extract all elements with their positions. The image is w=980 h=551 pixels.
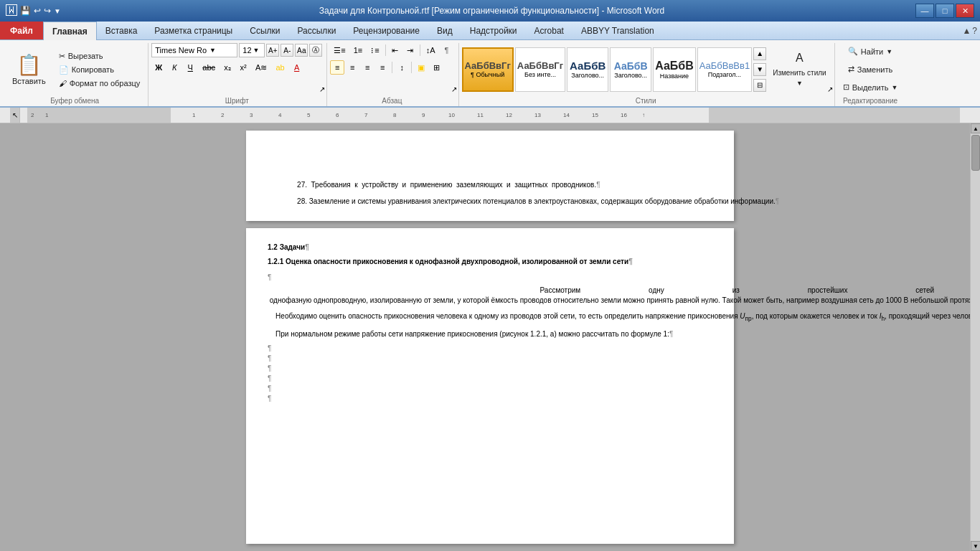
- numbering-button[interactable]: 1≡: [350, 43, 367, 57]
- font-color-button[interactable]: A: [290, 60, 304, 75]
- tab-view[interactable]: Вид: [428, 22, 461, 39]
- font-name-box[interactable]: Times New Ro ▼: [151, 43, 237, 57]
- font-name-dropdown-icon[interactable]: ▼: [209, 47, 216, 54]
- increase-indent-button[interactable]: ⇥: [403, 43, 418, 57]
- tab-addins[interactable]: Надстройки: [461, 22, 526, 39]
- ruler-corner[interactable]: ↖: [12, 111, 18, 119]
- font-label: Шрифт: [225, 97, 249, 105]
- tab-insert[interactable]: Вставка: [97, 22, 146, 39]
- change-case-button[interactable]: Аа: [295, 44, 308, 57]
- bullets-button[interactable]: ☰≡: [330, 43, 349, 57]
- save-icon[interactable]: 💾: [20, 6, 31, 16]
- svg-text:1: 1: [45, 112, 49, 118]
- tab-file[interactable]: Файл: [0, 22, 43, 39]
- replace-button[interactable]: ⇄ Заменить: [843, 61, 897, 77]
- show-formatting-button[interactable]: ¶: [440, 43, 454, 57]
- style-no-spacing-preview: АаБбВвГг: [517, 60, 563, 71]
- style-title-button[interactable]: АаБбВ Название: [653, 47, 696, 92]
- tab-abbyy[interactable]: ABBYY Translation: [573, 22, 663, 39]
- select-label: Выделить: [852, 83, 889, 92]
- tab-review[interactable]: Рецензирование: [344, 22, 428, 39]
- maximize-button[interactable]: □: [936, 4, 954, 18]
- decrease-indent-button[interactable]: ⇤: [388, 43, 402, 57]
- help-icon[interactable]: ?: [972, 26, 977, 36]
- style-no-spacing-label: Без инте...: [524, 71, 556, 78]
- empty-para-5: ¶: [268, 384, 980, 394]
- font-size-dropdown-icon[interactable]: ▼: [253, 47, 260, 54]
- find-dropdown-icon[interactable]: ▼: [886, 48, 892, 55]
- underline-button[interactable]: Ч: [183, 60, 197, 75]
- style-normal-button[interactable]: АаБбВвГг ¶ Обычный: [462, 47, 514, 92]
- shading-button[interactable]: ▣: [414, 60, 428, 75]
- subscript-button[interactable]: x₂: [220, 60, 235, 75]
- ribbon-collapse-icon[interactable]: ▲: [962, 26, 971, 36]
- italic-button[interactable]: К: [167, 60, 182, 75]
- vertical-scrollbar[interactable]: ▲ ▼: [970, 123, 980, 551]
- tab-mailings[interactable]: Рассылки: [288, 22, 344, 39]
- find-button[interactable]: 🔍 Найти ▼: [843, 43, 897, 60]
- paragraph-expand-icon[interactable]: ↗: [451, 85, 457, 93]
- clear-format-button[interactable]: Ⓐ: [309, 44, 322, 57]
- tab-page-layout[interactable]: Разметка страницы: [146, 22, 241, 39]
- svg-rect-0: [27, 108, 171, 123]
- paragraph-group: ☰≡ 1≡ ⫶≡ ⇤ ⇥ ↕A ¶ ≡ ≡ ≡ ≡ ↕ ▣ ⊞: [327, 43, 458, 106]
- sort-button[interactable]: ↕A: [423, 43, 439, 57]
- font-expand-icon[interactable]: ↗: [319, 85, 325, 93]
- minimize-button[interactable]: —: [915, 4, 934, 18]
- replace-label: Заменить: [857, 65, 892, 74]
- style-no-spacing-button[interactable]: АаБбВвГг Без инте...: [515, 47, 565, 92]
- strikethrough-button[interactable]: аbc: [199, 60, 219, 75]
- redo-icon[interactable]: ↪: [44, 6, 51, 16]
- close-button[interactable]: ✕: [956, 4, 974, 18]
- tab-acrobat[interactable]: Acrobat: [526, 22, 573, 39]
- multilevel-button[interactable]: ⫶≡: [367, 43, 382, 57]
- superscript-button[interactable]: x²: [236, 60, 250, 75]
- cut-label: Вырезать: [68, 52, 103, 60]
- cut-button[interactable]: ✂ Вырезать: [55, 50, 144, 63]
- style-heading1-button[interactable]: АаБбВ Заголово...: [567, 47, 608, 92]
- text-highlight-button[interactable]: ab: [272, 60, 288, 75]
- format-painter-button[interactable]: 🖌 Формат по образцу: [55, 77, 144, 90]
- page-2: 1.2 Задачи¶ 1.2.1 Оценка опасности прико…: [246, 228, 734, 544]
- empty-para-2: ¶: [268, 354, 980, 364]
- bold-button[interactable]: Ж: [151, 60, 166, 75]
- scroll-thumb[interactable]: [971, 135, 980, 171]
- copy-button[interactable]: 📄 Копировать: [55, 63, 144, 77]
- undo-icon[interactable]: ↩: [34, 6, 41, 16]
- svg-text:2: 2: [221, 112, 225, 118]
- align-right-button[interactable]: ≡: [360, 60, 374, 75]
- style-title-label: Название: [660, 72, 689, 80]
- scroll-up-arrow[interactable]: ▲: [971, 123, 980, 133]
- paste-button[interactable]: 📋 Вставить: [6, 46, 52, 93]
- style-subtitle-button[interactable]: АаБбВвВв1 Подзагол...: [697, 47, 752, 92]
- style-heading1-label: Заголово...: [571, 72, 604, 79]
- font-size-box[interactable]: 12 ▼: [239, 43, 265, 57]
- borders-button[interactable]: ⊞: [429, 60, 443, 75]
- document-area: 27. Требования к устройству и применению…: [0, 123, 980, 551]
- font-shrink-button[interactable]: A-: [281, 44, 293, 57]
- styles-scroll-down-button[interactable]: ▼: [753, 63, 766, 76]
- change-styles-button[interactable]: A Изменить стили ▼: [769, 46, 829, 93]
- select-dropdown-icon[interactable]: ▼: [891, 84, 897, 91]
- tab-home[interactable]: Главная: [43, 22, 97, 40]
- style-heading2-button[interactable]: АаБбВ Заголово...: [610, 47, 651, 92]
- scroll-down-arrow[interactable]: ▼: [971, 541, 980, 551]
- justify-button[interactable]: ≡: [375, 60, 390, 75]
- align-center-button[interactable]: ≡: [345, 60, 359, 75]
- styles-expand-icon[interactable]: ↗: [827, 85, 833, 93]
- line-spacing-button[interactable]: ↕: [395, 60, 409, 75]
- font-grow-button[interactable]: A+: [266, 44, 279, 57]
- styles-more-button[interactable]: ⊟: [753, 79, 766, 92]
- svg-text:16: 16: [621, 112, 627, 118]
- find-label: Найти: [861, 47, 883, 56]
- svg-text:10: 10: [448, 112, 455, 118]
- tab-references[interactable]: Ссылки: [241, 22, 288, 39]
- text-effects-button[interactable]: A≋: [252, 60, 270, 75]
- page-1: 27. Требования к устройству и применению…: [246, 131, 734, 221]
- styles-group: АаБбВвГг ¶ Обычный АаБбВвГг Без инте... …: [459, 43, 835, 106]
- change-styles-icon: A: [796, 52, 804, 65]
- select-button[interactable]: ⊡ Выделить ▼: [838, 79, 903, 95]
- dropdown-icon[interactable]: ▼: [54, 7, 61, 15]
- styles-scroll-up-button[interactable]: ▲: [753, 47, 766, 60]
- align-left-button[interactable]: ≡: [330, 60, 344, 75]
